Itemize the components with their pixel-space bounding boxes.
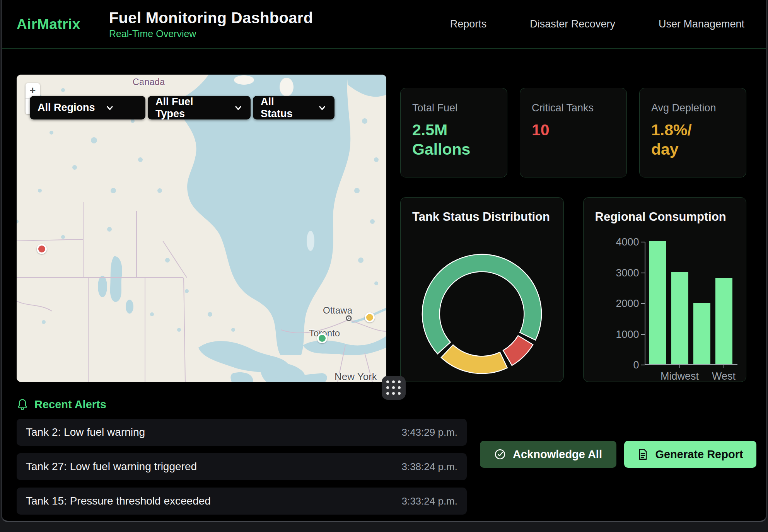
report-document-icon (637, 448, 648, 460)
acknowledge-all-button[interactable]: Acknowledge All (480, 441, 616, 468)
stat-label: Avg Depletion (651, 102, 734, 114)
map-label-new-york: New York (335, 371, 377, 382)
main-content: Canada Ottawa Toronto New York + − All R… (2, 49, 766, 382)
map-wrapper: Canada Ottawa Toronto New York + − All R… (17, 75, 386, 382)
region-filter-select[interactable]: All Regions (30, 96, 145, 119)
status-filter-select[interactable]: All Status (253, 96, 335, 119)
actions: Acknowledge All Generate Report (480, 441, 756, 522)
check-circle-icon (494, 448, 506, 460)
donut-segment-warning (441, 345, 507, 373)
charts-row: Tank Status Distribution Regional Consum… (400, 197, 746, 382)
fuel-type-filter-value: All Fuel Types (155, 96, 224, 120)
alert-text: Tank 15: Pressure threshold exceeded (26, 495, 211, 507)
tank-marker-warning[interactable] (365, 312, 375, 322)
y-axis-label: 0 (633, 359, 639, 371)
map-filter-bar: All Regions All Fuel Types All Status (30, 96, 335, 119)
alerts-header: Recent Alerts (17, 398, 467, 411)
bar-3 (715, 278, 732, 364)
generate-report-label: Generate Report (655, 448, 743, 461)
regional-consumption-chart-card: Regional Consumption MidwestWest01000200… (583, 197, 747, 382)
stat-card-total-fuel: Total Fuel 2.5M Gallons (400, 88, 507, 177)
alert-timestamp: 3:33:24 p.m. (401, 495, 457, 507)
fuel-type-filter-select[interactable]: All Fuel Types (148, 96, 251, 119)
bottom-section: Recent Alerts Tank 2: Low fuel warning 3… (2, 398, 766, 522)
alerts-title: Recent Alerts (34, 398, 106, 411)
generate-report-button[interactable]: Generate Report (624, 441, 756, 468)
tank-status-chart-card: Tank Status Distribution (400, 197, 564, 382)
nav-item-user-management[interactable]: User Management (659, 18, 744, 30)
brand-logo: AirMatrix (17, 16, 80, 32)
map-panel[interactable]: Canada Ottawa Toronto New York + − All R… (17, 75, 386, 382)
page-title: Fuel Monitoring Dashboard (109, 9, 313, 27)
region-filter-value: All Regions (38, 102, 95, 114)
bar-0 (649, 241, 666, 364)
alert-row[interactable]: Tank 27: Low fuel warning triggered 3:38… (17, 453, 467, 480)
y-axis-label: 4000 (616, 236, 639, 248)
y-axis-label: 2000 (616, 298, 639, 310)
chart-title: Regional Consumption (595, 210, 735, 224)
tank-marker-normal[interactable] (317, 333, 327, 343)
stats-row: Total Fuel 2.5M Gallons Critical Tanks 1… (400, 88, 746, 177)
nav-item-reports[interactable]: Reports (450, 18, 487, 30)
bell-icon (17, 399, 28, 411)
donut-segment-critical (503, 336, 533, 365)
acknowledge-all-label: Acknowledge All (513, 448, 602, 461)
main-nav: Reports Disaster Recovery User Managemen… (450, 18, 744, 30)
stat-value: 1.8%/ day (651, 120, 734, 159)
map-country-label: Canada (133, 77, 165, 87)
status-filter-value: All Status (261, 96, 307, 120)
bar-2 (693, 303, 710, 364)
chevron-down-icon (234, 103, 243, 113)
dashboard-window: AirMatrix Fuel Monitoring Dashboard Real… (1, 0, 767, 522)
map-label-ottawa: Ottawa (323, 305, 352, 316)
x-axis-label: Midwest (660, 370, 699, 382)
stat-label: Critical Tanks (532, 102, 615, 114)
y-axis-label: 1000 (616, 328, 639, 340)
alert-text: Tank 27: Low fuel warning triggered (26, 460, 197, 473)
title-block: Fuel Monitoring Dashboard Real-Time Over… (109, 9, 313, 39)
stat-card-critical-tanks: Critical Tanks 10 (520, 88, 627, 177)
chevron-down-icon (317, 103, 327, 113)
alert-row[interactable]: Tank 15: Pressure threshold exceeded 3:3… (17, 488, 467, 515)
alert-timestamp: 3:43:29 p.m. (401, 426, 457, 438)
bar-chart: MidwestWest01000200030004000 (645, 242, 737, 365)
donut-chart (420, 252, 544, 376)
nav-item-disaster-recovery[interactable]: Disaster Recovery (530, 18, 615, 30)
bar-1 (671, 272, 688, 365)
chevron-down-icon (105, 103, 114, 113)
alerts-panel: Recent Alerts Tank 2: Low fuel warning 3… (17, 398, 467, 522)
app-header: AirMatrix Fuel Monitoring Dashboard Real… (2, 0, 766, 49)
page-subtitle: Real-Time Overview (109, 28, 313, 39)
tank-marker-critical[interactable] (37, 244, 47, 254)
stat-label: Total Fuel (412, 102, 495, 114)
alert-row[interactable]: Tank 2: Low fuel warning 3:43:29 p.m. (17, 419, 467, 446)
alert-text: Tank 2: Low fuel warning (26, 426, 145, 438)
stat-card-avg-depletion: Avg Depletion 1.8%/ day (639, 88, 746, 177)
stat-value: 2.5M Gallons (412, 120, 495, 159)
y-axis-label: 3000 (616, 267, 639, 279)
alert-timestamp: 3:38:24 p.m. (401, 461, 457, 473)
right-column: Total Fuel 2.5M Gallons Critical Tanks 1… (400, 88, 746, 382)
stat-value: 10 (532, 120, 615, 140)
x-axis-label: West (712, 370, 736, 382)
map-drag-handle[interactable] (382, 376, 406, 400)
chart-title: Tank Status Distribution (412, 210, 552, 224)
